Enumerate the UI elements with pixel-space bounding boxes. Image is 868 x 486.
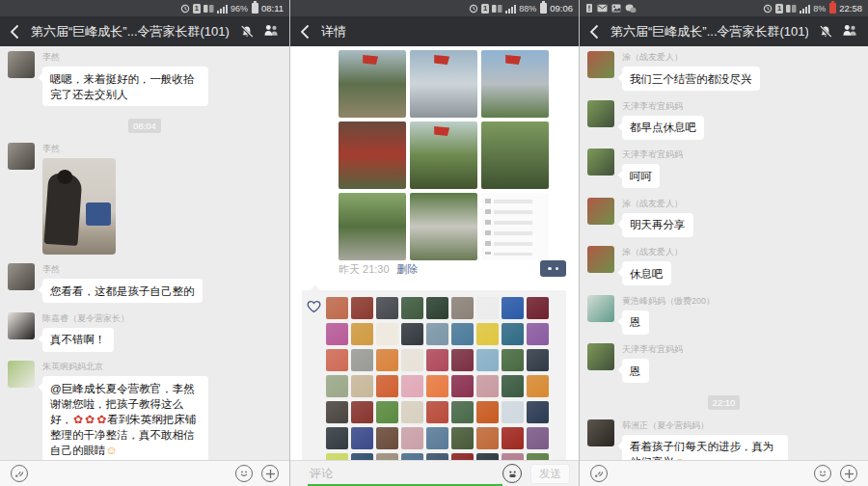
sender-avatar[interactable]: [8, 263, 35, 290]
message-bubble[interactable]: 嗯嗯，来着挺好的，一般收拾完了还去交别人: [42, 67, 208, 106]
sender-avatar[interactable]: [587, 295, 614, 322]
liker-avatar[interactable]: [502, 375, 524, 397]
sender-avatar[interactable]: [8, 312, 35, 339]
more-button[interactable]: [261, 465, 279, 482]
liker-avatar[interactable]: [476, 349, 499, 371]
sender-avatar[interactable]: [8, 361, 35, 388]
liker-avatar[interactable]: [326, 427, 348, 449]
send-button[interactable]: 发送: [530, 464, 570, 484]
emoji-button[interactable]: [235, 465, 253, 482]
liker-avatar[interactable]: [426, 349, 448, 371]
liker-avatar[interactable]: [502, 427, 524, 449]
comment-input[interactable]: 评论: [299, 466, 502, 482]
liker-avatar[interactable]: [451, 401, 474, 423]
liker-avatar[interactable]: [326, 349, 348, 371]
liker-avatar[interactable]: [326, 401, 348, 423]
liker-avatar[interactable]: [476, 323, 499, 345]
moment-photo-chat-screenshot[interactable]: [481, 193, 549, 260]
sender-avatar[interactable]: [587, 148, 614, 176]
liker-avatar[interactable]: [351, 401, 373, 423]
liker-avatar[interactable]: [527, 375, 549, 397]
sender-avatar[interactable]: [587, 51, 614, 78]
liker-avatar[interactable]: [426, 323, 448, 345]
voice-input-button[interactable]: [590, 465, 608, 482]
photo-message[interactable]: [42, 158, 116, 255]
liker-avatar[interactable]: [502, 349, 524, 371]
sender-avatar[interactable]: [587, 419, 614, 446]
message-bubble[interactable]: 休息吧: [622, 261, 671, 285]
liker-avatar[interactable]: [527, 297, 549, 319]
moment-photo[interactable]: [410, 193, 477, 260]
liker-avatar[interactable]: [326, 297, 348, 319]
liker-avatar[interactable]: [451, 349, 474, 371]
message-bubble[interactable]: 都早点休息吧: [622, 116, 704, 140]
emoji-button[interactable]: [814, 465, 831, 482]
message-bubble[interactable]: 我们三个结营的都没尽兴: [622, 67, 760, 91]
liker-avatar[interactable]: [376, 297, 398, 319]
sender-avatar[interactable]: [587, 198, 614, 225]
liker-avatar[interactable]: [502, 297, 524, 319]
group-members-button[interactable]: [263, 23, 280, 40]
liker-avatar[interactable]: [376, 401, 398, 423]
more-button[interactable]: [840, 465, 857, 482]
liker-avatar[interactable]: [326, 375, 348, 397]
liker-avatar[interactable]: [376, 349, 398, 371]
liker-avatar[interactable]: [351, 297, 373, 319]
liker-avatar[interactable]: [476, 427, 499, 449]
liker-avatar[interactable]: [502, 323, 524, 345]
back-button[interactable]: [300, 24, 311, 40]
sender-avatar[interactable]: [587, 246, 614, 273]
liker-avatar[interactable]: [426, 375, 448, 397]
liker-avatar[interactable]: [376, 427, 398, 449]
liker-avatar[interactable]: [351, 375, 373, 397]
liker-avatar[interactable]: [351, 349, 373, 371]
moment-photo[interactable]: [339, 193, 406, 260]
liker-avatar[interactable]: [376, 323, 398, 345]
moment-photo[interactable]: [481, 50, 549, 118]
group-members-button[interactable]: [842, 23, 858, 40]
like-comment-button[interactable]: [540, 260, 566, 277]
message-bubble[interactable]: 真不错啊！: [42, 328, 114, 352]
liker-avatar[interactable]: [527, 401, 549, 423]
message-bubble[interactable]: 恩: [622, 310, 649, 335]
voice-input-button[interactable]: [11, 465, 28, 482]
sender-avatar[interactable]: [8, 51, 35, 78]
liker-avatar[interactable]: [326, 323, 348, 345]
message-bubble[interactable]: 恩: [622, 359, 649, 383]
emoji-button[interactable]: [502, 464, 522, 483]
moment-photo[interactable]: [481, 122, 549, 189]
liker-avatar[interactable]: [476, 375, 499, 397]
liker-avatar[interactable]: [451, 375, 474, 397]
sender-avatar[interactable]: [587, 343, 614, 370]
sender-avatar[interactable]: [8, 143, 35, 170]
liker-avatar[interactable]: [476, 297, 499, 319]
liker-avatar[interactable]: [426, 401, 448, 423]
liker-avatar[interactable]: [376, 375, 398, 397]
liker-avatar[interactable]: [476, 401, 499, 423]
liker-avatar[interactable]: [426, 297, 448, 319]
liker-avatar[interactable]: [401, 427, 423, 449]
message-bubble[interactable]: 明天再分享: [622, 213, 693, 237]
back-button[interactable]: [589, 24, 600, 40]
liker-avatar[interactable]: [451, 297, 474, 319]
liker-avatar[interactable]: [401, 375, 423, 397]
liker-avatar[interactable]: [401, 401, 423, 423]
message-bubble[interactable]: 呵呵: [622, 164, 660, 188]
sender-avatar[interactable]: [587, 100, 614, 127]
liker-avatar[interactable]: [351, 323, 373, 345]
moment-photo[interactable]: [339, 50, 406, 118]
message-bubble[interactable]: 您看看，这都是孩子自己整的: [42, 279, 203, 303]
delete-link[interactable]: 删除: [397, 262, 419, 277]
liker-avatar[interactable]: [401, 323, 423, 345]
moment-photo[interactable]: [410, 122, 477, 189]
liker-avatar[interactable]: [451, 427, 474, 449]
liker-avatar[interactable]: [401, 297, 423, 319]
liker-avatar[interactable]: [401, 349, 423, 371]
back-button[interactable]: [10, 24, 20, 40]
message-bubble[interactable]: @巨峰成长夏令营教官，李然 谢谢您啦，把孩子教得这么好，✿✿✿看到朱英纲把床铺整…: [42, 376, 208, 462]
liker-avatar[interactable]: [502, 401, 524, 423]
liker-avatar[interactable]: [451, 323, 474, 345]
moment-photo[interactable]: [339, 122, 406, 189]
liker-avatar[interactable]: [426, 427, 448, 449]
liker-avatar[interactable]: [527, 349, 549, 371]
